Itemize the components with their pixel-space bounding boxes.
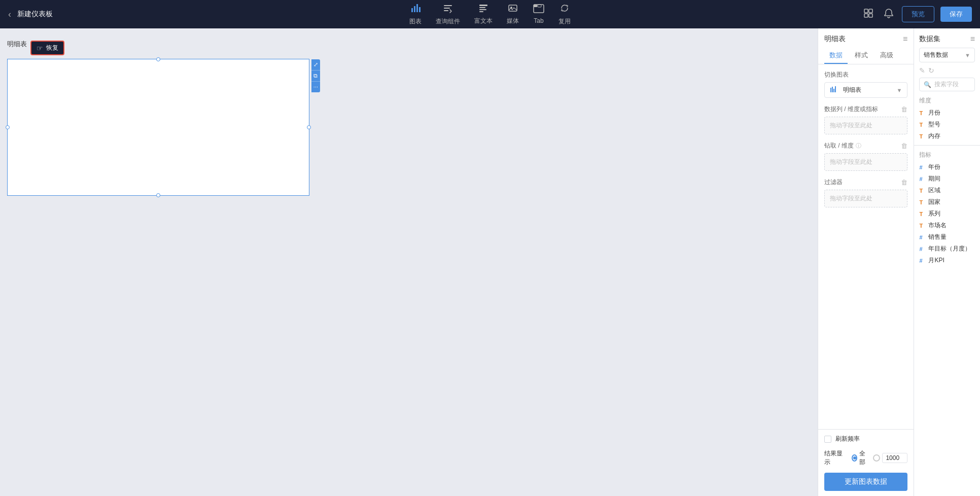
extract-info-icon: ⓘ (856, 142, 861, 150)
panel-left: 明细表 ≡ 数据 样式 高级 切换图表 (818, 28, 914, 496)
svg-rect-5 (479, 7, 485, 8)
panel-menu-icon[interactable]: ≡ (903, 34, 907, 44)
extract-delete-icon[interactable]: 🗑 (901, 142, 907, 150)
widget-tool-expand[interactable]: ⤢ (311, 59, 320, 70)
nav-item-tab[interactable]: Tab (533, 4, 544, 24)
field-item-市场名[interactable]: T 市场名 (919, 220, 975, 231)
grid-icon-button[interactable] (861, 6, 876, 23)
dataset-menu-icon[interactable]: ≡ (970, 34, 975, 44)
update-chart-button[interactable]: 更新图表数据 (824, 473, 907, 491)
panel-tabs: 数据 样式 高级 (818, 48, 914, 64)
dashboard-title: 新建仪表板 (17, 10, 53, 19)
field-name: 月KPI (928, 256, 944, 265)
field-item-月KPI[interactable]: # 月KPI (919, 255, 975, 266)
dataset-title: 数据集 (919, 34, 940, 44)
tab-data[interactable]: 数据 (824, 48, 848, 64)
dimension-field-list: T 月份 T 型号 T 内存 (914, 107, 980, 142)
tab-advanced[interactable]: 高级 (875, 48, 898, 64)
field-type-icon: # (919, 164, 925, 170)
search-icon: 🔍 (924, 81, 931, 88)
filter-drop-zone[interactable]: 拖动字段至此处 (824, 190, 907, 207)
field-search[interactable]: 🔍 搜索字段 (919, 78, 975, 91)
refresh-checkbox[interactable] (824, 436, 831, 443)
cursor-label: 恢复 (46, 44, 58, 52)
resize-handle-right[interactable] (307, 125, 311, 129)
component-label: 明细表 (7, 40, 27, 49)
filter-delete-icon[interactable]: 🗑 (901, 179, 907, 186)
field-type-icon: T (919, 223, 925, 229)
field-item-年目标[interactable]: # 年目标（月度） (919, 243, 975, 255)
field-item-期间[interactable]: # 期间 (919, 173, 975, 185)
panel-header: 明细表 ≡ (818, 28, 914, 44)
result-limit-input[interactable] (882, 453, 907, 463)
field-name: 期间 (928, 174, 940, 183)
field-search-placeholder: 搜索字段 (934, 80, 959, 89)
widget-tool-copy[interactable]: ⧉ (311, 70, 320, 82)
top-bar: ‹ 新建仪表板 图表 查询组件 (0, 0, 980, 28)
dataset-selector[interactable]: 销售数据 ▼ (919, 48, 975, 62)
refresh-row: 刷新频率 (824, 435, 907, 443)
cursor-tooltip: ☞ 恢复 (30, 41, 64, 55)
nav-item-media[interactable]: 媒体 (507, 4, 519, 25)
tab-style[interactable]: 样式 (850, 48, 873, 64)
svg-rect-3 (419, 7, 421, 12)
resize-handle-bottom[interactable] (156, 193, 160, 197)
data-columns-section: 数据列 / 维度或指标 🗑 拖动字段至此处 (824, 105, 907, 134)
back-button[interactable]: ‹ (8, 9, 11, 20)
nav-item-richtext[interactable]: 富文本 (474, 4, 493, 25)
resize-handle-top[interactable] (156, 57, 160, 61)
field-item-区域[interactable]: T 区域 (919, 185, 975, 196)
nav-item-chart[interactable]: 图表 (409, 3, 422, 26)
field-item-系列[interactable]: T 系列 (919, 208, 975, 220)
resize-handle-left[interactable] (6, 125, 10, 129)
radio-limit[interactable] (873, 453, 907, 463)
extract-drop-zone[interactable]: 拖动字段至此处 (824, 153, 907, 171)
canvas-area[interactable]: 明细表 ☞ 恢复 ⤢ ⧉ ··· (0, 28, 818, 496)
edit-icon[interactable]: ✎ (919, 66, 925, 75)
chart-switch-select[interactable]: 明细表 ▼ (824, 82, 907, 98)
cursor-icon: ☞ (37, 44, 43, 52)
field-item-年份[interactable]: # 年份 (919, 161, 975, 173)
chevron-down-icon: ▼ (897, 87, 902, 93)
svg-rect-18 (832, 87, 833, 92)
field-item-销售量[interactable]: # 销售量 (919, 231, 975, 243)
svg-rect-20 (835, 86, 836, 92)
field-item-国家[interactable]: T 国家 (919, 196, 975, 208)
top-bar-left: ‹ 新建仪表板 (8, 9, 53, 20)
save-button[interactable]: 保存 (940, 7, 972, 22)
field-type-icon: T (919, 110, 925, 116)
result-label: 结果显示 (824, 449, 847, 467)
widget-toolbar: ⤢ ⧉ ··· (311, 59, 320, 92)
field-type-icon: # (919, 246, 925, 252)
refresh-icon[interactable]: ↻ (928, 66, 934, 75)
chart-switch-value: 明细表 (843, 86, 861, 94)
nav-query-label: 查询组件 (436, 17, 460, 26)
preview-button[interactable]: 预览 (902, 6, 934, 22)
field-item-型号[interactable]: T 型号 (919, 119, 975, 130)
svg-rect-13 (864, 9, 868, 13)
field-item-月份[interactable]: T 月份 (919, 107, 975, 119)
extract-label: 钻取 / 维度 (824, 141, 854, 150)
nav-richtext-label: 富文本 (474, 17, 493, 25)
nav-item-reuse[interactable]: 复用 (558, 3, 571, 26)
notification-icon-button[interactable] (882, 6, 896, 23)
widget-tool-more[interactable]: ··· (311, 82, 320, 92)
nav-chart-label: 图表 (409, 17, 422, 26)
svg-rect-17 (830, 88, 831, 92)
field-name: 年目标（月度） (928, 244, 971, 253)
chart-widget[interactable]: ⤢ ⧉ ··· (7, 59, 309, 196)
chart-switch-icon (830, 86, 837, 94)
svg-rect-19 (833, 89, 834, 92)
field-type-icon: T (919, 188, 925, 194)
radio-all[interactable]: 全部 (852, 449, 868, 467)
svg-rect-0 (411, 8, 413, 12)
nav-item-query[interactable]: 查询组件 (436, 3, 460, 26)
field-item-内存[interactable]: T 内存 (919, 130, 975, 142)
field-type-icon: # (919, 258, 925, 264)
data-columns-delete-icon[interactable]: 🗑 (901, 105, 907, 113)
query-nav-icon (443, 3, 453, 16)
field-name: 销售量 (928, 233, 947, 241)
data-columns-drop-zone[interactable]: 拖动字段至此处 (824, 117, 907, 134)
radio-group: 全部 (852, 449, 907, 467)
radio-limit-dot (873, 454, 880, 462)
